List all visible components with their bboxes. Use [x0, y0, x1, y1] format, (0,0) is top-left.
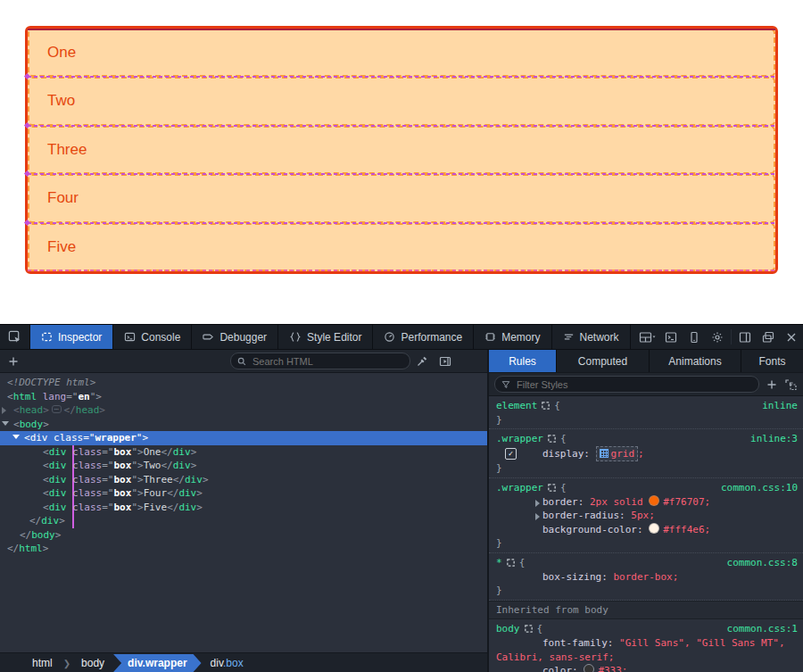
rule-selector[interactable]: * [496, 557, 502, 568]
markup-token: en [79, 391, 90, 402]
tab-network[interactable]: Network [552, 325, 631, 349]
search-html-input[interactable] [251, 355, 403, 368]
property-value: border-box; [613, 571, 678, 583]
highlight-selector-icon[interactable] [506, 558, 516, 568]
dock-options-button[interactable] [636, 325, 659, 349]
eyedropper-button[interactable] [410, 355, 434, 368]
tab-style-editor[interactable]: Style Editor [278, 325, 373, 349]
chevron-right-icon: ❯ [62, 659, 72, 668]
filter-styles-box[interactable] [494, 376, 759, 393]
highlight-selector-icon[interactable] [524, 624, 534, 634]
markup-line[interactable]: </html> [0, 542, 487, 556]
stylesheet-source-link[interactable]: common.css:1 [727, 622, 798, 636]
markup-line[interactable]: <body> [0, 418, 487, 432]
rule-selector[interactable]: element [496, 400, 537, 411]
screenshot-root: One Two Three Four Five [0, 0, 803, 672]
tab-performance[interactable]: Performance [373, 325, 474, 349]
markup-line[interactable]: <!DOCTYPE html> [0, 376, 487, 390]
tab-console[interactable]: Console [113, 325, 192, 349]
markup-line[interactable]: <div class="wrapper"> [0, 431, 487, 445]
markup-view: <!DOCTYPE html><html lang="en"><head>⋯</… [0, 373, 487, 652]
twisty-down-icon[interactable] [12, 435, 20, 439]
breadcrumb-item-divbox[interactable]: div.box [202, 657, 252, 669]
css-property[interactable]: ✓display: grid; [496, 446, 798, 462]
rulers-button[interactable] [434, 355, 457, 368]
tab-rules[interactable]: Rules [489, 350, 557, 372]
tab-animations[interactable]: Animations [650, 350, 741, 372]
markup-token: < [24, 432, 30, 444]
breadcrumb-item-body[interactable]: body [72, 657, 113, 669]
expand-property-icon[interactable] [535, 500, 540, 507]
add-node-button[interactable] [0, 356, 27, 367]
markup-token: < [43, 474, 49, 485]
css-property[interactable]: border: 2px solid #f76707; [496, 495, 798, 510]
pseudo-class-panel-icon[interactable] [784, 378, 798, 391]
grid-highlighter-toggle[interactable]: grid [596, 446, 639, 462]
markup-token: class [48, 432, 84, 444]
breadcrumb-class: .box [223, 657, 244, 669]
markup-token: <!DOCTYPE html> [7, 377, 95, 388]
split-console-button[interactable] [659, 325, 683, 349]
markup-line[interactable]: <div class="box">Three</div> [0, 473, 487, 487]
markup-line[interactable]: <div class="box">Five</div> [0, 501, 487, 515]
markup-token: box [114, 446, 132, 458]
tab-label: Performance [401, 331, 462, 344]
color-swatch[interactable] [584, 664, 594, 672]
twisty-right-icon[interactable] [2, 407, 6, 414]
markup-token: </ [20, 529, 31, 541]
markup-line[interactable]: <head>⋯</head> [0, 403, 487, 418]
markup-line[interactable]: </body> [0, 528, 487, 543]
tab-computed[interactable]: Computed [557, 350, 650, 372]
markup-line[interactable]: </div> [0, 514, 487, 528]
stylesheet-source-link[interactable]: common.css:10 [721, 481, 798, 495]
separate-window-button[interactable] [757, 325, 780, 349]
tab-label: Network [580, 331, 619, 344]
rule-selector[interactable]: body [496, 623, 520, 635]
close-devtools-button[interactable] [780, 325, 803, 349]
highlight-selector-icon[interactable] [547, 434, 557, 444]
tab-debugger[interactable]: Debugger [192, 325, 278, 349]
css-property[interactable]: font-family: "Gill Sans", "Gill Sans MT"… [496, 636, 798, 664]
markup-token: > [203, 474, 209, 485]
search-html-box[interactable] [230, 353, 410, 369]
rule-selector[interactable]: .wrapper [496, 482, 543, 494]
dock-bottom-caret-icon [639, 331, 657, 344]
property-name: box-sizing: [542, 571, 608, 583]
highlight-selector-icon[interactable] [541, 401, 551, 411]
expand-property-icon[interactable] [535, 513, 540, 520]
css-property[interactable]: background-color: #fff4e6; [496, 523, 798, 537]
tab-inspector[interactable]: Inspector [30, 325, 113, 349]
devtools-toolbar: Inspector Console Debugger Style Editor [0, 325, 803, 350]
collapsed-content-badge[interactable]: ⋯ [52, 405, 62, 413]
markup-line[interactable]: <div class="box">One</div> [0, 445, 487, 460]
highlight-selector-icon[interactable] [547, 483, 557, 493]
breadcrumb-item-selected[interactable]: div.wrapper [113, 654, 201, 672]
color-swatch[interactable] [649, 495, 659, 506]
pick-element-button[interactable] [0, 325, 30, 349]
css-property[interactable]: box-sizing: border-box; [496, 570, 798, 585]
css-property[interactable]: border-radius: 5px; [496, 509, 798, 523]
tab-memory[interactable]: Memory [474, 325, 551, 349]
add-rule-icon[interactable] [766, 379, 777, 390]
markup-token: box [114, 502, 132, 513]
stylesheet-source-link[interactable]: common.css:8 [727, 556, 798, 570]
css-property[interactable]: color: #333; [496, 664, 798, 672]
breadcrumb-item-html[interactable]: html [23, 657, 62, 669]
grid-overlay-bottom-line [28, 270, 775, 271]
tab-fonts[interactable]: Fonts [741, 350, 803, 372]
markup-token: > [55, 529, 62, 541]
dock-side-button[interactable] [733, 325, 757, 349]
markup-token: One [144, 446, 161, 458]
color-swatch[interactable] [649, 523, 659, 534]
settings-button[interactable] [706, 325, 729, 349]
rule-selector[interactable]: .wrapper [496, 433, 543, 444]
twisty-down-icon[interactable] [2, 421, 9, 426]
stylesheet-source-link[interactable]: inline:3 [750, 432, 798, 446]
markup-line[interactable]: <html lang="en"> [0, 390, 487, 404]
filter-styles-input[interactable] [515, 378, 752, 391]
markup-line[interactable]: <div class="box">Four</div> [0, 486, 487, 501]
markup-line[interactable]: <div class="box">Two</div> [0, 459, 487, 473]
responsive-mode-button[interactable] [683, 325, 706, 349]
stylesheet-source-link[interactable]: inline [762, 399, 798, 413]
property-enabled-checkbox[interactable]: ✓ [505, 448, 517, 460]
